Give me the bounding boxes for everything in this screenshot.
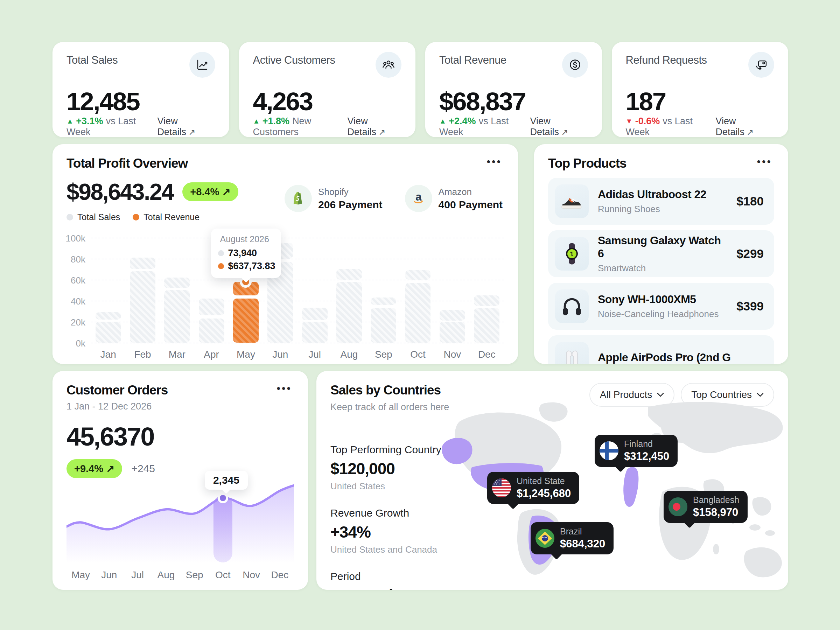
- bar-month-nov[interactable]: [435, 238, 469, 343]
- orders-x-label: Nov: [237, 570, 266, 581]
- earbuds-image: [555, 342, 589, 364]
- bar-month-mar[interactable]: [160, 238, 194, 343]
- product-row-galaxy-watch[interactable]: Samsung Galaxy Watch 6 Smartwatch $299: [548, 230, 774, 277]
- arrow-up-right-icon: ↗: [378, 127, 385, 137]
- bar-segment-lower: [405, 283, 431, 343]
- bar-month-jul[interactable]: [297, 238, 332, 343]
- bar-month-aug[interactable]: [332, 238, 366, 343]
- stat-card-active-customers: Active Customers 4,263 ▲ +1.8%New Custom…: [239, 42, 416, 137]
- product-category: Smartwatch: [598, 263, 727, 274]
- bar-month-dec[interactable]: [470, 238, 504, 343]
- shopify-icon: [284, 185, 312, 212]
- bar-segment-lower: [336, 282, 362, 343]
- more-options-icon[interactable]: •••: [485, 156, 504, 167]
- orders-month-labels: MayJunJulAugSepOctNovDec: [66, 570, 294, 581]
- bar-segment-upper: [371, 297, 396, 305]
- date-range: 1 Jan - 12 Dec 2026: [66, 401, 167, 412]
- product-price: $399: [736, 299, 764, 313]
- bar-segment-upper: [474, 295, 499, 306]
- stat-value: 187: [626, 87, 775, 116]
- bar-segment-lower: [233, 298, 259, 343]
- sales-countries-subtitle: Keep track of all orders here: [330, 402, 449, 413]
- product-name: Apple AirPods Pro (2nd G: [598, 351, 731, 364]
- product-price: $299: [736, 247, 764, 261]
- sales-countries-title: Sales by Countries: [330, 383, 449, 398]
- trend-line-icon: [189, 52, 215, 78]
- bar-month-oct[interactable]: [401, 238, 435, 343]
- x-axis-label: Jun: [263, 349, 297, 360]
- orders-growth-badge: +9.4% ↗: [66, 459, 122, 478]
- product-row-airpods[interactable]: Apple AirPods Pro (2nd G: [548, 335, 774, 364]
- map-marker-brazil[interactable]: Brazil$684,320: [531, 522, 614, 554]
- customer-orders-title: Customer Orders: [66, 383, 167, 398]
- x-axis-label: May: [229, 349, 263, 360]
- svg-text:a: a: [415, 191, 422, 203]
- arrow-up-right-icon: ↗: [188, 127, 195, 137]
- bar-segment-lower: [164, 290, 190, 343]
- product-category: Noise-Canceling Headphones: [598, 309, 718, 319]
- y-axis-tick: 40k: [71, 296, 85, 307]
- customer-orders-card: Customer Orders 1 Jan - 12 Dec 2026 ••• …: [52, 371, 308, 590]
- view-details-link[interactable]: View Details↗: [716, 116, 774, 137]
- profit-growth-badge: +8.4% ↗: [182, 182, 238, 201]
- x-axis-label: Sep: [366, 349, 401, 360]
- tooltip-sales-value: 73,940: [228, 248, 257, 259]
- product-name: Samsung Galaxy Watch 6: [598, 234, 727, 260]
- profit-month-labels: JanFebMarAprMayJunJulAugSepOctNovDec: [91, 349, 504, 360]
- map-madagascar: [713, 544, 719, 554]
- stat-delta: ▲ +1.8%New Customers: [253, 116, 347, 137]
- orders-extra-count: +245: [131, 463, 155, 475]
- bangladesh-flag-icon: [668, 497, 687, 516]
- view-details-link[interactable]: View Details↗: [530, 116, 588, 137]
- total-profit-overview-card: Total Profit Overview ••• $98,643.24 +8.…: [52, 144, 518, 364]
- orders-x-label: Dec: [266, 570, 294, 581]
- more-options-icon[interactable]: •••: [755, 156, 774, 167]
- stat-delta: ▲ +2.4%vs Last Week: [439, 116, 530, 137]
- y-axis-tick: 0k: [76, 338, 85, 349]
- payment-count: 206 Payment: [318, 199, 382, 211]
- y-axis-tick: 100k: [66, 233, 85, 244]
- legend-total-revenue: Total Revenue: [133, 212, 199, 222]
- x-axis-label: Dec: [470, 349, 504, 360]
- x-axis-label: Jan: [91, 349, 125, 360]
- orders-x-label: Jun: [95, 570, 123, 581]
- stat-card-total-revenue: Total Revenue $68,837 ▲ +2.4%vs Last Wee…: [425, 42, 602, 137]
- bar-segment-lower: [371, 308, 396, 343]
- stat-value: 4,263: [253, 87, 402, 116]
- product-row-adidas[interactable]: Adidas Ultraboost 22 Running Shoes $180: [548, 178, 774, 225]
- stat-delta: ▲ +3.1%vs Last Week: [66, 116, 158, 137]
- dashboard-page: Total Sales 12,485 ▲ +3.1%vs Last Week V…: [0, 0, 840, 630]
- map-greenland: [539, 402, 568, 422]
- map-marker-bangladesh[interactable]: Bangladesh$158,970: [663, 491, 748, 523]
- map-marker-united-states[interactable]: United State$1,245,680: [487, 472, 579, 504]
- x-axis-label: Apr: [194, 349, 229, 360]
- product-row-sony-headphones[interactable]: Sony WH-1000XM5 Noise-Canceling Headphon…: [548, 283, 774, 330]
- map-marker-finland[interactable]: Finland$312,450: [595, 435, 677, 467]
- sales-by-countries-card: Sales by Countries Keep track of all ord…: [316, 371, 788, 590]
- map-australia: [744, 547, 782, 578]
- orders-x-label: Sep: [180, 570, 208, 581]
- bar-segment-lower: [130, 271, 155, 343]
- bar-segment-upper: [130, 257, 155, 269]
- stat-title: Refund Requests: [626, 54, 707, 66]
- payment-name: Shopify: [318, 186, 382, 197]
- stat-value: $68,837: [439, 87, 588, 116]
- bar-month-jan[interactable]: [91, 238, 125, 343]
- bar-segment-lower: [96, 322, 121, 343]
- view-details-link[interactable]: View Details↗: [158, 116, 215, 137]
- orders-x-label: Oct: [208, 570, 237, 581]
- chevron-down-icon: [757, 393, 764, 397]
- smartwatch-image: [555, 237, 589, 270]
- arrow-up-right-icon: ↗: [561, 127, 568, 137]
- map-scandinavia-highlight: [623, 467, 638, 507]
- payment-name: Amazon: [439, 186, 503, 197]
- y-axis-tick: 60k: [71, 275, 85, 286]
- orders-value: 45,6370: [66, 422, 294, 452]
- bar-month-feb[interactable]: [125, 238, 159, 343]
- bar-segment-upper: [336, 269, 362, 279]
- bar-month-sep[interactable]: [366, 238, 401, 343]
- top-products-card: Top Products ••• Adidas Ultraboost 22: [534, 144, 788, 364]
- more-options-icon[interactable]: •••: [275, 383, 294, 394]
- view-details-link[interactable]: View Details↗: [347, 116, 401, 137]
- map-se-asia: [752, 497, 771, 516]
